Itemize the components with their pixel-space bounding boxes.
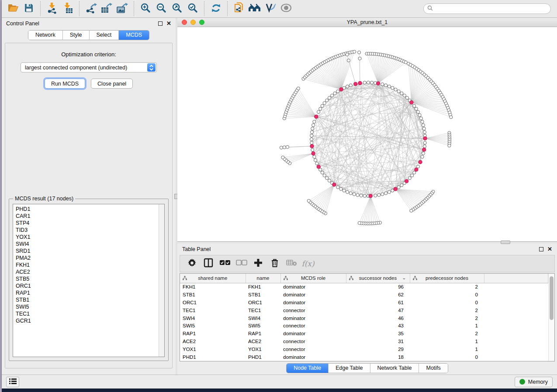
optimization-criterion-select[interactable]: largest connected component (undirected) <box>21 62 157 72</box>
search-input[interactable] <box>435 6 547 12</box>
mcds-result-item[interactable]: ACE2 <box>16 268 159 275</box>
table-cell[interactable]: 43 <box>346 322 410 330</box>
table-cell[interactable]: FKH1 <box>246 283 280 291</box>
table-row[interactable]: YOX1YOX1connector291 <box>180 345 548 353</box>
table-cell[interactable]: 1 <box>410 322 484 330</box>
table-cell[interactable]: 1 <box>410 345 484 353</box>
table-cell[interactable]: 29 <box>346 345 410 353</box>
mcds-result-item[interactable]: GCR1 <box>16 317 159 324</box>
table-row[interactable]: FKH1FKH1dominator962 <box>180 283 548 291</box>
table-cell[interactable]: FKH1 <box>180 283 246 291</box>
zoom-selected-button[interactable] <box>185 1 201 16</box>
network-home-button[interactable] <box>247 1 263 16</box>
table-cell[interactable]: 2 <box>410 283 484 291</box>
table-cell[interactable]: RAP1 <box>180 330 246 337</box>
tab-mcds[interactable]: MCDS <box>119 31 149 40</box>
table-cell[interactable]: dominator <box>280 283 346 291</box>
table-row[interactable]: PHD1PHD1dominator180 <box>180 353 548 361</box>
export-image-button[interactable] <box>114 1 130 16</box>
table-cell[interactable]: 61 <box>346 299 410 306</box>
zoom-out-button[interactable] <box>153 1 169 16</box>
mcds-list-scrollbar[interactable] <box>159 204 164 357</box>
export-network-button[interactable] <box>83 1 99 16</box>
table-cell[interactable]: connector <box>280 306 346 314</box>
table-cell[interactable]: dominator <box>280 314 346 322</box>
table-cell[interactable]: ORC1 <box>180 299 246 306</box>
export-table-button[interactable] <box>99 1 114 16</box>
chevron-down-icon[interactable]: ⌄ <box>402 275 406 281</box>
tab-edge-table[interactable]: Edge Table <box>329 364 370 373</box>
tab-network-table[interactable]: Network Table <box>370 364 419 373</box>
close-table-panel-icon[interactable]: ✕ <box>547 247 552 251</box>
table-cell[interactable]: YOX1 <box>180 345 246 353</box>
table-row[interactable]: TEC1TEC1connector472 <box>180 306 548 314</box>
table-cell[interactable]: STB1 <box>180 291 246 299</box>
table-cell[interactable]: connector <box>280 322 346 330</box>
table-cell[interactable]: 46 <box>346 314 410 322</box>
mcds-result-item[interactable]: SWI5 <box>16 303 159 310</box>
run-mcds-button[interactable]: Run MCDS <box>45 79 85 89</box>
table-cell[interactable]: RAP1 <box>246 330 280 337</box>
tab-node-table[interactable]: Node Table <box>287 364 329 373</box>
table-cell[interactable]: 0 <box>410 291 484 299</box>
table-cell[interactable]: SWI4 <box>180 314 246 322</box>
mcds-result-item[interactable]: SRD1 <box>16 248 159 254</box>
table-cell[interactable]: dominator <box>280 291 346 299</box>
mcds-result-item[interactable]: SWI4 <box>16 241 159 248</box>
table-cell[interactable]: 62 <box>346 291 410 299</box>
table-cell[interactable]: 0 <box>410 299 484 306</box>
mcds-result-item[interactable]: STB1 <box>16 296 159 303</box>
table-cell[interactable]: 2 <box>410 330 484 337</box>
select-all-button[interactable] <box>218 257 232 271</box>
table-cell[interactable]: dominator <box>280 330 346 337</box>
table-row[interactable]: SWI5SWI5connector431 <box>180 322 548 330</box>
float-panel-icon[interactable] <box>158 21 163 26</box>
refresh-layout-button[interactable] <box>208 1 224 16</box>
mcds-result-item[interactable]: YOX1 <box>16 234 159 241</box>
col-name[interactable]: name <box>246 274 280 283</box>
mcds-result-item[interactable]: STP4 <box>16 220 159 227</box>
table-cell[interactable]: connector <box>280 337 346 345</box>
table-cell[interactable]: 35 <box>346 330 410 337</box>
col-mcds-role[interactable]: MCDS role <box>280 274 346 283</box>
col-successor-nodes[interactable]: successor nodes⌄ <box>346 274 410 283</box>
table-cell[interactable]: dominator <box>280 299 346 306</box>
table-cell[interactable]: 31 <box>346 337 410 345</box>
deselect-all-button[interactable] <box>234 257 249 271</box>
table-cell[interactable]: 47 <box>346 306 410 314</box>
mcds-result-item[interactable]: ORC1 <box>16 282 159 289</box>
table-cell[interactable]: STB1 <box>246 291 280 299</box>
show-log-button[interactable] <box>6 377 19 387</box>
zoom-in-button[interactable] <box>138 1 153 16</box>
mcds-result-item[interactable]: TEC1 <box>16 310 159 317</box>
table-scrollbar[interactable] <box>548 274 554 361</box>
horizontal-splitter-handle[interactable] <box>501 241 510 244</box>
table-cell[interactable]: 1 <box>410 337 484 345</box>
mcds-result-list[interactable]: PHD1CAR1STP4TID3YOX1SWI4SRD1PMA2FKH1ACE2… <box>13 204 159 357</box>
col-shared-name[interactable]: shared name <box>180 274 246 283</box>
table-row[interactable]: RAP1RAP1dominator352 <box>180 330 548 337</box>
save-session-button[interactable] <box>21 1 37 16</box>
table-cell[interactable]: 2 <box>410 314 484 322</box>
delete-table-button[interactable] <box>284 257 299 271</box>
table-cell[interactable]: 96 <box>346 283 410 291</box>
table-cell[interactable]: SWI4 <box>246 314 280 322</box>
table-cell[interactable]: SWI5 <box>180 322 246 330</box>
table-cell[interactable]: 0 <box>410 353 484 361</box>
memory-button[interactable]: Memory <box>515 377 553 387</box>
table-cell[interactable]: PHD1 <box>180 353 246 361</box>
horizontal-splitter[interactable] <box>177 242 557 244</box>
hide-annotations-button[interactable] <box>263 1 278 16</box>
table-cell[interactable]: YOX1 <box>246 345 280 353</box>
table-scrollbar-thumb[interactable] <box>550 276 554 320</box>
search-box[interactable] <box>423 3 551 14</box>
float-table-panel-icon[interactable] <box>539 247 543 251</box>
tab-network[interactable]: Network <box>28 31 63 40</box>
show-annotations-button[interactable] <box>278 1 294 16</box>
table-cell[interactable]: 2 <box>410 306 484 314</box>
table-cell[interactable]: 18 <box>346 353 410 361</box>
table-row[interactable]: STB1STB1dominator620 <box>180 291 548 299</box>
mcds-result-item[interactable]: PMA2 <box>16 254 159 261</box>
tab-select[interactable]: Select <box>90 31 119 40</box>
table-cell[interactable]: ACE2 <box>180 337 246 345</box>
